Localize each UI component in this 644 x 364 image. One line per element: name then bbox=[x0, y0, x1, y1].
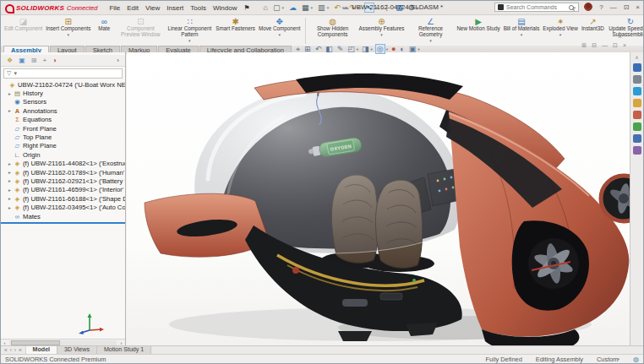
new-document-icon[interactable]: ▢ bbox=[273, 3, 281, 12]
minimize-icon[interactable]: — bbox=[610, 3, 617, 11]
tree-item-history[interactable]: ▸ ▤ History bbox=[1, 89, 125, 97]
tree-item-subassembly-interior[interactable]: ▸ ◈ (f) UBW-21161-46599<1> ('Interior' bbox=[1, 186, 125, 194]
3dexperience-status-icon[interactable]: ◍ bbox=[633, 356, 639, 363]
caret-icon[interactable]: ▾ bbox=[327, 5, 330, 10]
exploded-view-button[interactable]: ✶ Exploded View ▾ bbox=[541, 16, 580, 46]
hide-show-items-icon[interactable]: ◎ bbox=[375, 44, 385, 54]
tree-root-assembly[interactable]: ◈ UBW-21162-04724 ('U-Boat Worx NEMO bbox=[1, 80, 125, 89]
tree-item-annotations[interactable]: ▸ A Annotations bbox=[1, 106, 125, 115]
tree-item-subassembly-auto[interactable]: ▸ ◈ (f) UBW-21162-03495<1> ('Auto Co bbox=[1, 203, 125, 211]
cloud-services-icon[interactable] bbox=[633, 87, 641, 95]
apply-scene-icon[interactable]: ◐ bbox=[399, 44, 405, 54]
component-preview-window-button[interactable]: ⊡ Component Preview Window bbox=[116, 16, 165, 46]
previous-view-icon[interactable]: ↶ bbox=[314, 44, 323, 54]
dynamic-annotation-icon[interactable]: ✎ bbox=[336, 44, 345, 54]
caret-icon[interactable]: ▾ bbox=[311, 5, 314, 10]
3dexperience-tab-icon[interactable] bbox=[633, 63, 641, 72]
dropdown-caret-icon[interactable]: ▾ bbox=[279, 33, 281, 37]
appearances-scenes-icon[interactable] bbox=[633, 122, 641, 131]
dropdown-caret-icon[interactable]: ▾ bbox=[380, 33, 383, 37]
tree-item-equations[interactable]: Σ Equations bbox=[1, 116, 125, 124]
feature-tree-tab-icon[interactable]: ❖ bbox=[7, 56, 13, 66]
restore-icon[interactable]: ⊡ bbox=[624, 3, 630, 11]
undo-icon[interactable]: ↶ bbox=[334, 3, 341, 12]
window-restore-icon[interactable]: ⊡ bbox=[613, 42, 618, 49]
dropdown-caret-icon[interactable]: ▾ bbox=[521, 33, 523, 37]
rollback-bar[interactable] bbox=[1, 222, 125, 224]
view-settings-icon[interactable]: ▣ bbox=[408, 44, 418, 54]
window-tile-icon[interactable]: ⊞ bbox=[581, 42, 587, 49]
tree-item-subassembly-shape[interactable]: ▸ ◈ (f) UBW-21161-66188<1> ('Shape D bbox=[1, 194, 125, 203]
instant3d-button[interactable]: ↗ Instant3D bbox=[580, 16, 606, 46]
dropdown-caret-icon[interactable]: ▾ bbox=[68, 33, 70, 37]
panel-tabs-overflow-icon[interactable]: › bbox=[117, 57, 119, 64]
tree-item-subassembly-exostructure[interactable]: ▸ ◈ (f) UBW-21161-44082<1> ('Exostruc bbox=[1, 160, 125, 168]
display-manager-tab-icon[interactable]: ◑ bbox=[52, 56, 57, 66]
menu-view[interactable]: View bbox=[143, 4, 162, 12]
search-input[interactable] bbox=[506, 4, 566, 10]
edit-component-button[interactable]: ◪ Edit Component bbox=[3, 16, 44, 46]
section-view-icon[interactable]: ◧ bbox=[325, 44, 334, 54]
custom-properties-icon[interactable] bbox=[633, 134, 641, 143]
last-tab-icon[interactable]: » bbox=[19, 347, 22, 353]
caret-icon[interactable]: ▾ bbox=[357, 47, 358, 52]
tab-motion-study-1[interactable]: Motion Study 1 bbox=[97, 346, 151, 354]
window-minimize-icon[interactable]: — bbox=[602, 42, 608, 49]
reference-geometry-button[interactable]: ∠ Reference Geometry ▾ bbox=[407, 16, 456, 46]
property-manager-tab-icon[interactable]: ▣ bbox=[19, 56, 25, 66]
menu-edit[interactable]: Edit bbox=[124, 4, 141, 12]
window-cascade-icon[interactable]: ⊟ bbox=[592, 42, 597, 49]
tree-item-front-plane[interactable]: ▱ Front Plane bbox=[1, 124, 125, 133]
tree-item-origin[interactable]: ∟ Origin bbox=[1, 150, 125, 159]
zoom-to-fit-icon[interactable]: ⌖ bbox=[295, 44, 301, 54]
window-close-icon[interactable]: × bbox=[623, 42, 626, 49]
print-icon[interactable]: ▥ bbox=[318, 3, 325, 12]
update-speedpak-button[interactable]: ↻ Update SpeedPak Subassemblies bbox=[606, 16, 644, 46]
toolbar-set-selector[interactable]: Custom ▾ bbox=[597, 356, 619, 363]
assembly-features-button[interactable]: ⊕ Assembly Features ▾ bbox=[357, 16, 407, 46]
dropdown-caret-icon[interactable]: ▾ bbox=[188, 39, 191, 43]
insert-components-button[interactable]: ⊞ Insert Components ▾ bbox=[44, 16, 92, 46]
zoom-to-area-icon[interactable]: ⊞ bbox=[303, 44, 312, 54]
tree-item-mates[interactable]: ∞ Mates bbox=[1, 212, 125, 220]
bill-of-materials-button[interactable]: ▤ Bill of Materials ▾ bbox=[502, 16, 542, 46]
dimxpert-tab-icon[interactable]: + bbox=[42, 56, 46, 66]
dropdown-caret-icon[interactable]: ▾ bbox=[559, 33, 562, 37]
tree-item-top-plane[interactable]: ▱ Top Plane bbox=[1, 133, 125, 141]
tree-item-sensors[interactable]: ◉ Sensors bbox=[1, 98, 125, 106]
pack-and-go-icon[interactable] bbox=[633, 146, 641, 155]
first-tab-icon[interactable]: « bbox=[4, 347, 8, 353]
tab-model[interactable]: Model bbox=[26, 346, 58, 354]
caret-icon[interactable]: ▾ bbox=[282, 5, 285, 10]
home-3dexperience-icon[interactable]: ⌂ bbox=[264, 3, 268, 12]
solidworks-resources-icon[interactable] bbox=[633, 75, 641, 84]
close-icon[interactable]: × bbox=[636, 3, 640, 11]
user-avatar[interactable] bbox=[584, 3, 592, 11]
graphics-viewport[interactable]: OXYGEN bbox=[127, 52, 630, 346]
help-icon[interactable]: ? bbox=[599, 3, 603, 11]
new-motion-study-button[interactable]: ▶ New Motion Study bbox=[456, 16, 502, 46]
smart-fasteners-button[interactable]: ✱ Smart Fasteners bbox=[214, 16, 257, 46]
tree-item-subassembly-battery[interactable]: ▸ ◈ (f) UBW-21162-02921<1> ('Battery S bbox=[1, 177, 125, 185]
save-icon[interactable]: ▦ bbox=[302, 3, 309, 12]
prev-tab-icon[interactable]: ‹ bbox=[10, 347, 12, 353]
file-explorer-icon[interactable] bbox=[633, 99, 641, 107]
cloud-open-icon[interactable]: ☁ bbox=[289, 3, 297, 12]
display-style-icon[interactable]: ◨ bbox=[361, 44, 370, 54]
tree-item-right-plane[interactable]: ▱ Right Plane bbox=[1, 142, 125, 150]
linear-component-pattern-button[interactable]: ∷ Linear Component Pattern ▾ bbox=[165, 16, 214, 46]
tree-item-subassembly-human[interactable]: ▸ ◈ (f) UBW-21162-01789<1> ('Human' bbox=[1, 168, 125, 177]
caret-icon[interactable]: ▾ bbox=[371, 47, 373, 52]
task-pane-collapse-icon[interactable]: ∧ bbox=[635, 55, 638, 60]
menu-insert[interactable]: Insert bbox=[164, 4, 186, 12]
tree-filter-box[interactable]: ▽ ▾ bbox=[3, 68, 123, 79]
edit-appearance-icon[interactable]: ● bbox=[390, 44, 396, 54]
dropdown-caret-icon[interactable]: ▾ bbox=[429, 39, 432, 43]
menu-file[interactable]: File bbox=[106, 4, 123, 12]
menu-tools[interactable]: Tools bbox=[188, 4, 209, 12]
configuration-manager-tab-icon[interactable]: ⊞ bbox=[31, 56, 37, 66]
mate-button[interactable]: ∞ Mate bbox=[92, 16, 116, 46]
view-palette-icon[interactable] bbox=[633, 111, 641, 119]
menu-window[interactable]: Window bbox=[210, 4, 239, 12]
search-commands-box[interactable]: ▾ bbox=[494, 3, 579, 12]
